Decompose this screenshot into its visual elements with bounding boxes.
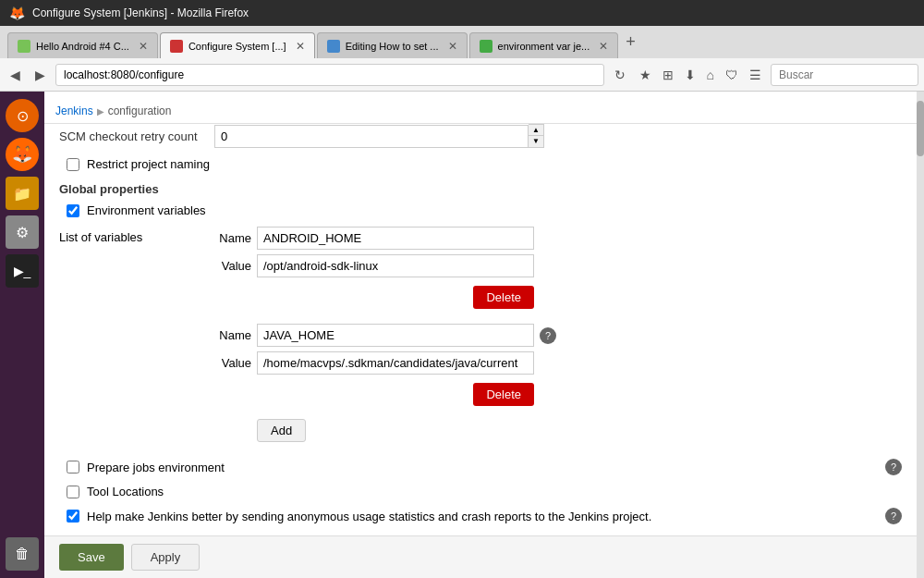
tab-env-label: environment var je... (498, 41, 590, 52)
global-properties-header: Global properties (59, 182, 902, 196)
save-button[interactable]: Save (59, 544, 124, 571)
titlebar-icon: 🦊 (9, 6, 25, 20)
tab-configure-close[interactable]: ✕ (296, 40, 305, 53)
env-variables-label: Environment variables (87, 203, 206, 217)
bookmark-list-button[interactable]: ⊞ (659, 66, 677, 84)
prepare-jobs-checkbox[interactable] (67, 461, 79, 473)
content-area: Jenkins ▶ configuration SCM checkout ret… (44, 92, 917, 578)
variable1-delete-row: Delete (214, 282, 534, 309)
list-variables-label: List of variables (59, 227, 207, 451)
variable2-help-icon[interactable]: ? (540, 327, 556, 344)
breadcrumb-separator: ▶ (97, 106, 104, 117)
bottom-bar: Save Apply (44, 535, 917, 578)
variable2-value-label: Value (214, 356, 251, 370)
variable1-value-row: Value (214, 254, 902, 277)
variable2-value-row: Value (214, 351, 902, 375)
sidebar-trash-icon[interactable]: 🗑 (6, 537, 39, 571)
anonymous-stats-label: Help make Jenkins better by sending anon… (87, 510, 878, 523)
variable1-name-row: Name (214, 227, 902, 250)
variable2-name-label: Name (214, 328, 251, 342)
scm-retry-row: SCM checkout retry count ▲ ▼ (59, 124, 902, 148)
tab-configure-label: Configure System [...] (188, 41, 286, 52)
prepare-jobs-help-icon[interactable]: ? (885, 459, 902, 475)
download-button[interactable]: ⬇ (681, 66, 699, 84)
reload-button[interactable]: ↻ (610, 66, 630, 84)
sidebar-settings-icon[interactable]: ⚙ (6, 215, 39, 249)
variable1-value-input[interactable] (257, 254, 534, 277)
tab-android-favicon (18, 40, 30, 53)
list-variables-section: List of variables Name Value De (59, 227, 902, 451)
tool-locations-label: Tool Locations (87, 485, 164, 498)
titlebar: 🦊 Configure System [Jenkins] - Mozilla F… (0, 0, 924, 26)
bookmark-star-button[interactable]: ★ (636, 66, 655, 84)
forward-button[interactable]: ▶ (30, 66, 50, 84)
menu-button[interactable]: ☰ (746, 66, 765, 84)
variable1-block: Name Value Delete (214, 227, 902, 309)
tab-android[interactable]: Hello Android #4 C... ✕ (7, 32, 158, 58)
restrict-naming-checkbox[interactable] (67, 158, 79, 171)
restrict-naming-row: Restrict project naming (59, 157, 902, 171)
prepare-jobs-label: Prepare jobs environment (87, 461, 225, 474)
tab-env[interactable]: environment var je... ✕ (469, 32, 619, 58)
variables-container: Name Value Delete (214, 227, 902, 451)
sidebar-ubuntu-icon[interactable]: ⊙ (6, 99, 39, 132)
variable2-delete-row: Delete (214, 379, 534, 406)
home-button[interactable]: ⌂ (703, 66, 718, 84)
scm-spinbox-buttons: ▲ ▼ (529, 124, 544, 148)
tab-editing-favicon (327, 40, 340, 53)
scrollbar[interactable] (917, 92, 924, 578)
tab-android-label: Hello Android #4 C... (36, 41, 129, 52)
variable2-name-input[interactable] (257, 324, 534, 347)
variable1-delete-button[interactable]: Delete (473, 286, 534, 309)
add-variable-button[interactable]: Add (257, 419, 306, 442)
scm-spinbox: ▲ ▼ (214, 124, 544, 148)
anonymous-stats-checkbox[interactable] (67, 510, 79, 523)
tabbar: Hello Android #4 C... ✕ Configure System… (0, 26, 924, 58)
apply-button[interactable]: Apply (131, 544, 201, 571)
scm-retry-label: SCM checkout retry count (59, 129, 207, 143)
tool-locations-checkbox[interactable] (67, 486, 79, 498)
restrict-naming-label: Restrict project naming (87, 157, 210, 171)
addressbar: ◀ ▶ ↻ ★ ⊞ ⬇ ⌂ 🛡 ☰ (0, 58, 924, 92)
tab-android-close[interactable]: ✕ (139, 40, 148, 53)
sidebar-files-icon[interactable]: 📁 (6, 177, 39, 210)
url-input[interactable] (55, 64, 604, 86)
tab-configure-favicon (170, 40, 183, 53)
privacy-button[interactable]: 🛡 (722, 66, 742, 84)
tool-locations-row: Tool Locations (59, 485, 902, 498)
variable1-name-input[interactable] (257, 227, 534, 250)
tab-env-favicon (480, 40, 492, 53)
breadcrumb: Jenkins ▶ configuration (44, 99, 917, 124)
scm-retry-input[interactable] (214, 125, 529, 148)
variable2-delete-button[interactable]: Delete (473, 383, 534, 406)
anonymous-stats-row: Help make Jenkins better by sending anon… (59, 508, 902, 524)
env-variables-row: Environment variables (59, 203, 902, 217)
search-input[interactable] (771, 64, 918, 86)
scm-spin-up[interactable]: ▲ (529, 125, 543, 136)
scm-spin-down[interactable]: ▼ (529, 136, 543, 147)
prepare-jobs-row: Prepare jobs environment ? (59, 459, 902, 475)
back-button[interactable]: ◀ (6, 66, 25, 84)
add-button-row: Add (214, 419, 902, 451)
variable2-name-row: Name ? (214, 324, 902, 347)
breadcrumb-current: configuration (108, 105, 172, 117)
titlebar-title: Configure System [Jenkins] - Mozilla Fir… (32, 6, 249, 19)
tab-configure[interactable]: Configure System [...] ✕ (160, 32, 315, 58)
content-inner: SCM checkout retry count ▲ ▼ Restrict pr… (44, 124, 917, 578)
tab-editing[interactable]: Editing How to set ... ✕ (317, 32, 468, 58)
main-layout: ⊙ 🦊 📁 ⚙ ▶_ 🗑 Jenkins ▶ configuration SCM (0, 92, 924, 578)
env-variables-checkbox[interactable] (67, 204, 79, 217)
variable1-value-label: Value (214, 259, 251, 273)
tab-editing-close[interactable]: ✕ (448, 40, 457, 53)
breadcrumb-home-link[interactable]: Jenkins (55, 105, 93, 117)
variable2-value-input[interactable] (257, 351, 534, 375)
tab-env-close[interactable]: ✕ (599, 40, 608, 53)
new-tab-button[interactable]: + (620, 32, 641, 52)
variable1-name-label: Name (214, 231, 251, 245)
anonymous-stats-help-icon[interactable]: ? (885, 508, 902, 524)
tab-editing-label: Editing How to set ... (346, 41, 439, 52)
sidebar-firefox-icon[interactable]: 🦊 (6, 138, 39, 171)
variable2-block: Name ? Value Delete (214, 324, 902, 406)
sidebar-terminal-icon[interactable]: ▶_ (6, 254, 39, 288)
scrollbar-thumb[interactable] (917, 101, 924, 156)
